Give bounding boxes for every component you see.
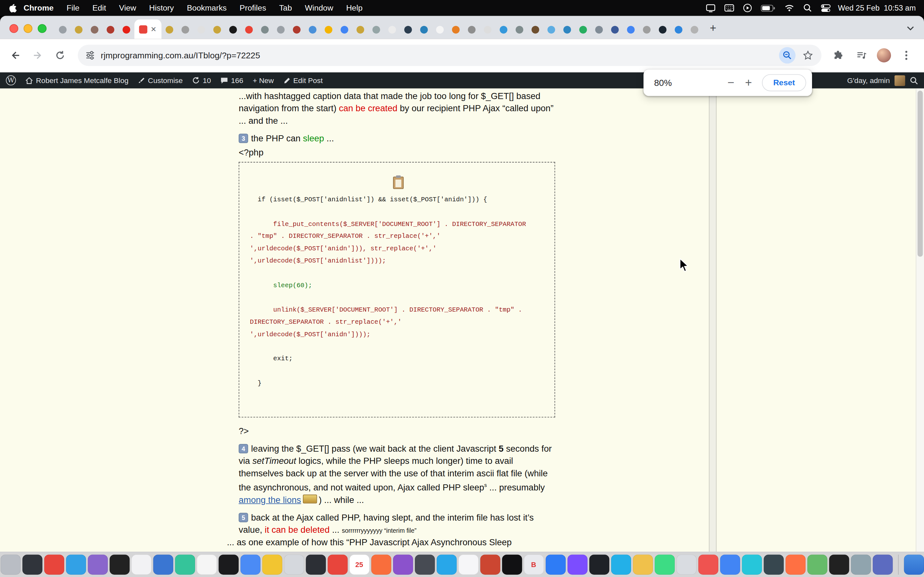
adminbar-greeting[interactable]: G'day, admin xyxy=(847,76,890,85)
browser-tab[interactable] xyxy=(655,21,671,39)
dock-app-icon[interactable] xyxy=(262,554,282,574)
dock-calendar-icon[interactable]: 25 xyxy=(349,554,369,574)
inner-scrollbar[interactable] xyxy=(709,89,717,552)
dock-app-icon[interactable] xyxy=(480,554,500,574)
browser-tab[interactable] xyxy=(623,21,639,39)
browser-tab[interactable] xyxy=(639,21,655,39)
dock-app-icon[interactable] xyxy=(415,554,435,574)
browser-tab[interactable] xyxy=(607,21,623,39)
dock-chrome-icon[interactable] xyxy=(720,554,740,574)
browser-tab[interactable] xyxy=(464,21,480,39)
dock-app-icon[interactable] xyxy=(22,554,42,574)
adminbar-site-name[interactable]: Robert James Metcalfe Blog xyxy=(25,76,128,85)
browser-tab[interactable] xyxy=(687,21,703,39)
dock-app-icon[interactable] xyxy=(502,554,522,574)
dock-app-icon[interactable] xyxy=(589,554,609,574)
browser-tab[interactable] xyxy=(559,21,575,39)
dock-app-icon[interactable] xyxy=(284,554,304,574)
browser-tab[interactable] xyxy=(511,21,527,39)
browser-tab[interactable] xyxy=(71,21,87,39)
forward-button[interactable] xyxy=(28,46,47,65)
zoom-in-button[interactable]: + xyxy=(740,74,758,92)
browser-scrollbar[interactable] xyxy=(916,89,924,552)
dock-app-icon[interactable] xyxy=(175,554,195,574)
browser-tab[interactable] xyxy=(273,21,289,39)
dock-app-icon[interactable] xyxy=(763,554,783,574)
browser-tab[interactable] xyxy=(448,21,464,39)
display-mirroring-icon[interactable] xyxy=(706,4,715,12)
browser-tab[interactable] xyxy=(162,21,178,39)
tab-close-icon[interactable]: ✕ xyxy=(150,26,156,33)
browser-tab[interactable] xyxy=(670,21,687,39)
dock-app-icon[interactable] xyxy=(218,554,238,574)
browser-tab[interactable] xyxy=(527,21,543,39)
zoom-indicator-icon[interactable] xyxy=(779,47,795,63)
dock-app-icon[interactable] xyxy=(851,554,871,574)
browser-tab[interactable] xyxy=(591,21,607,39)
back-button[interactable] xyxy=(6,46,25,65)
browser-tab[interactable] xyxy=(257,21,273,39)
adminbar-customise[interactable]: Customise xyxy=(138,76,183,85)
dock-app-icon[interactable] xyxy=(567,554,587,574)
dock-app-icon[interactable] xyxy=(393,554,413,574)
menu-item[interactable]: Window xyxy=(305,3,333,13)
dock-app-icon[interactable]: B xyxy=(523,554,543,574)
active-tab[interactable]: ✕ xyxy=(134,19,162,39)
new-tab-button[interactable]: + xyxy=(705,20,721,36)
browser-tab[interactable] xyxy=(320,21,336,39)
dock-app-icon[interactable] xyxy=(87,554,107,574)
dock-app-icon[interactable] xyxy=(742,554,762,574)
browser-tab[interactable] xyxy=(118,21,134,39)
browser-tab[interactable] xyxy=(87,21,103,39)
adminbar-new[interactable]: + New xyxy=(253,76,274,85)
play-status-icon[interactable] xyxy=(743,3,752,13)
browser-tab[interactable] xyxy=(103,21,119,39)
browser-tab[interactable] xyxy=(55,21,71,39)
dock-app-icon[interactable] xyxy=(240,554,260,574)
browser-tab[interactable] xyxy=(352,21,368,39)
dock-downloads-icon[interactable] xyxy=(904,554,924,574)
adminbar-comments[interactable]: 166 xyxy=(220,76,243,85)
menu-item[interactable]: Bookmarks xyxy=(187,3,226,13)
menu-item[interactable]: Tab xyxy=(279,3,292,13)
dock-app-icon[interactable] xyxy=(654,554,674,574)
keyboard-icon[interactable] xyxy=(724,4,734,12)
zoom-out-button[interactable]: − xyxy=(722,74,740,92)
dock-app-icon[interactable] xyxy=(872,554,892,574)
menu-item[interactable]: Help xyxy=(346,3,363,13)
browser-tab[interactable] xyxy=(193,21,209,39)
zoom-reset-button[interactable]: Reset xyxy=(762,74,806,91)
menu-item[interactable]: Profiles xyxy=(240,3,266,13)
dock-app-icon[interactable] xyxy=(153,554,173,574)
among-the-lions-link[interactable]: among the lions xyxy=(239,494,301,504)
dock-app-icon[interactable] xyxy=(698,554,718,574)
site-settings-tune-icon[interactable] xyxy=(86,51,95,60)
scrollbar-thumb[interactable] xyxy=(918,91,923,257)
tab-search-chevron-icon[interactable] xyxy=(901,20,919,36)
browser-tab[interactable] xyxy=(384,21,401,39)
adminbar-search-icon[interactable] xyxy=(910,76,918,85)
admin-avatar[interactable] xyxy=(895,75,905,85)
dock-app-icon[interactable] xyxy=(611,554,631,574)
browser-tab[interactable] xyxy=(368,21,384,39)
adminbar-updates[interactable]: 10 xyxy=(192,76,211,85)
dock-app-icon[interactable] xyxy=(44,554,64,574)
control-center-icon[interactable] xyxy=(821,4,831,12)
browser-tab[interactable] xyxy=(289,21,305,39)
adminbar-edit-post[interactable]: Edit Post xyxy=(283,76,323,85)
browser-tab[interactable] xyxy=(305,21,321,39)
menu-app-name[interactable]: Chrome xyxy=(23,3,53,13)
dock-app-icon[interactable] xyxy=(807,554,827,574)
browser-tab[interactable] xyxy=(543,21,559,39)
battery-icon[interactable] xyxy=(761,4,775,12)
bookmark-star-icon[interactable] xyxy=(799,47,817,64)
dock-app-icon[interactable] xyxy=(785,554,805,574)
dock-app-icon[interactable] xyxy=(197,554,216,574)
chrome-menu-icon[interactable] xyxy=(897,47,915,64)
browser-tab[interactable] xyxy=(336,21,352,39)
browser-tab[interactable] xyxy=(241,21,257,39)
dock-app-icon[interactable] xyxy=(131,554,151,574)
media-controls-icon[interactable] xyxy=(853,47,871,64)
dock-app-icon[interactable] xyxy=(0,554,20,574)
spotlight-search-icon[interactable] xyxy=(803,3,812,13)
